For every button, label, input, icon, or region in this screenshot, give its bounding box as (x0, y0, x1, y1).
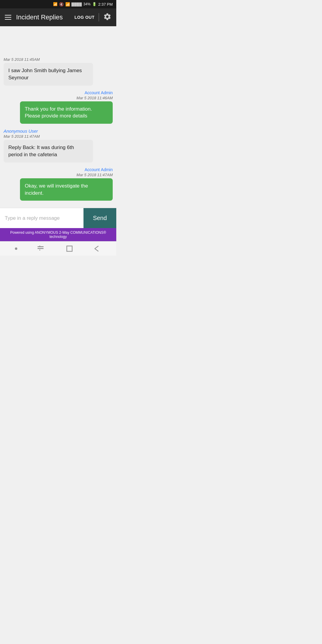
menu-button[interactable] (5, 15, 11, 20)
message-4: Account Admin Mar 5 2018 11:47AM Okay, w… (4, 167, 113, 201)
mute-icon: 🔇 (59, 2, 64, 7)
page-title: Incident Replies (16, 13, 75, 21)
chat-area: Mar 5 2018 11:45AM I saw John Smith bull… (0, 26, 116, 208)
svg-rect-0 (38, 246, 44, 247)
message-2-meta: Account Admin (85, 90, 113, 95)
message-2-timestamp: Mar 5 2018 11:46AM (77, 96, 113, 100)
message-1-bubble: I saw John Smith bullying James Seymour (4, 63, 93, 86)
message-2-account: Account (85, 90, 100, 95)
nav-arrow-icon (93, 245, 101, 252)
status-icons: 📶 🔇 📶 ▓▓▓▓ 34% 🔋 (53, 2, 97, 7)
header: Incident Replies LOG OUT (0, 8, 116, 26)
battery-percent: 34% (83, 2, 91, 6)
svg-rect-2 (39, 246, 40, 247)
message-2-text: Thank you for the information. Please pr… (25, 106, 92, 119)
nav-back-icon (38, 246, 46, 252)
message-2: Account Admin Mar 5 2018 11:46AM Thank y… (4, 90, 113, 124)
wifi-icon: 📶 (65, 2, 70, 7)
nav-square-icon (66, 245, 73, 252)
sim-icon: 📶 (53, 2, 58, 6)
message-3-bubble: Reply Back: It was during 6th period in … (4, 140, 93, 162)
message-4-bubble: Okay, we will investigate the incident. (20, 178, 113, 201)
header-divider (99, 13, 99, 21)
svg-rect-1 (38, 248, 44, 249)
svg-rect-4 (67, 246, 72, 251)
footer-text: Powered using ANONYMOUS 2-Way COMMUNICAT… (10, 230, 106, 239)
message-3-text: Reply Back: It was during 6th period in … (8, 145, 74, 157)
logout-button[interactable]: LOG OUT (75, 15, 95, 20)
message-1-text: I saw John Smith bullying James Seymour (8, 68, 82, 80)
status-bar: 📶 🔇 📶 ▓▓▓▓ 34% 🔋 2:37 PM (0, 0, 116, 8)
message-3: Anonymous User Mar 5 2018 11:47AM Reply … (4, 129, 113, 162)
nav-home-icon (15, 247, 17, 250)
message-2-bubble: Thank you for the information. Please pr… (20, 101, 113, 124)
status-time: 2:37 PM (98, 2, 113, 7)
settings-button[interactable] (103, 13, 112, 22)
menu-line-3 (5, 19, 11, 20)
nav-home[interactable] (15, 247, 17, 250)
message-4-account: Account (85, 167, 100, 172)
menu-line-1 (5, 15, 11, 16)
svg-rect-3 (39, 250, 40, 250)
message-4-role: Admin (101, 167, 113, 172)
message-4-meta: Account Admin (85, 167, 113, 172)
battery-icon: 🔋 (92, 2, 97, 6)
menu-line-2 (5, 17, 11, 18)
nav-bar (0, 241, 116, 256)
message-1-timestamp: Mar 5 2018 11:45AM (4, 57, 40, 62)
message-2-role: Admin (101, 90, 113, 95)
nav-back[interactable] (38, 246, 46, 252)
send-button[interactable]: Send (83, 208, 116, 228)
signal-icon: ▓▓▓▓ (72, 2, 82, 6)
top-spacer (4, 31, 113, 55)
nav-arrow[interactable] (93, 245, 101, 252)
message-3-sender: Anonymous User (4, 129, 38, 134)
nav-square[interactable] (66, 245, 73, 252)
message-4-timestamp: Mar 5 2018 11:47AM (77, 173, 113, 177)
message-3-timestamp: Mar 5 2018 11:47AM (4, 134, 40, 139)
footer-banner: Powered using ANONYMOUS 2-Way COMMUNICAT… (0, 228, 116, 241)
reply-input[interactable] (0, 208, 83, 228)
input-area: Send (0, 208, 116, 228)
message-4-text: Okay, we will investigate the incident. (25, 183, 88, 196)
message-1: Mar 5 2018 11:45AM I saw John Smith bull… (4, 57, 113, 86)
